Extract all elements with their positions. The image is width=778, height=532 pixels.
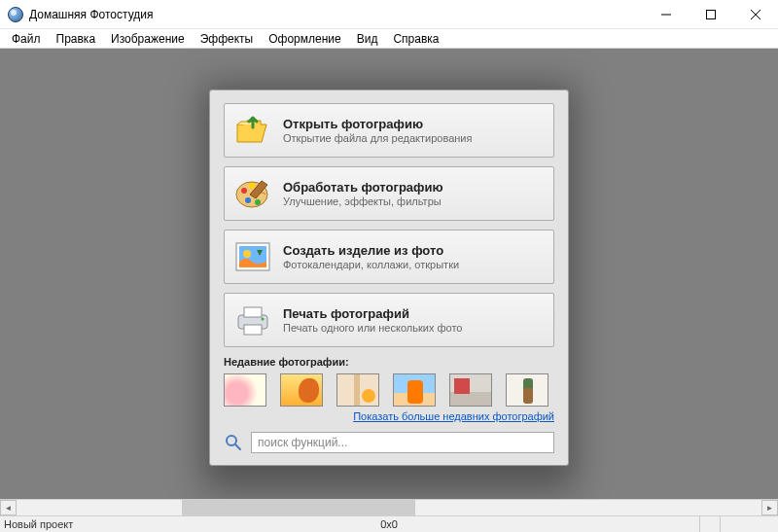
create-product-button[interactable]: Создать изделие из фото Фотокалендари, к… [224, 230, 554, 284]
status-cell-2 [720, 516, 778, 532]
svg-rect-1 [707, 10, 716, 18]
window-controls [644, 0, 778, 28]
window-title: Домашняя Фотостудия [29, 8, 644, 21]
printer-icon [232, 300, 273, 340]
recent-thumb-2[interactable] [280, 373, 323, 407]
menu-decor[interactable]: Оформление [261, 30, 348, 48]
open-photo-button[interactable]: Открыть фотографию Открытие файла для ре… [224, 103, 554, 158]
print-photos-sub: Печать одного или нескольких фото [283, 322, 462, 334]
recent-thumb-4[interactable] [393, 373, 436, 407]
recent-thumb-3[interactable] [336, 373, 379, 407]
minimize-button[interactable] [644, 0, 689, 28]
svg-point-8 [249, 183, 255, 189]
search-row [224, 432, 554, 453]
workspace: Открыть фотографию Открытие файла для ре… [0, 49, 778, 515]
menu-help[interactable]: Справка [385, 30, 446, 48]
recent-photos-label: Недавние фотографии: [224, 356, 554, 368]
scroll-left-button[interactable]: ◄ [0, 500, 17, 515]
app-icon [8, 7, 23, 22]
svg-point-11 [243, 250, 251, 258]
recent-thumbnails [224, 373, 554, 407]
svg-point-7 [255, 199, 261, 205]
menubar: Файл Правка Изображение Эффекты Оформлен… [0, 29, 778, 49]
svg-rect-14 [244, 325, 262, 335]
menu-view[interactable]: Вид [349, 30, 386, 48]
search-input[interactable] [251, 432, 554, 453]
menu-file[interactable]: Файл [4, 30, 49, 48]
menu-image[interactable]: Изображение [103, 30, 193, 48]
recent-thumb-5[interactable] [449, 373, 492, 407]
scroll-right-button[interactable]: ► [761, 500, 778, 515]
open-photo-sub: Открытие файла для редактирования [283, 132, 472, 144]
process-photo-sub: Улучшение, эффекты, фильтры [283, 195, 443, 207]
folder-open-icon [232, 110, 273, 151]
print-photos-title: Печать фотографий [283, 306, 462, 321]
palette-icon [232, 173, 273, 214]
status-dimensions: 0x0 [380, 518, 398, 530]
svg-point-15 [262, 318, 265, 321]
create-product-title: Создать изделие из фото [283, 243, 459, 258]
create-product-sub: Фотокалендари, коллажи, открытки [283, 259, 459, 270]
svg-point-5 [241, 188, 247, 194]
scroll-thumb[interactable] [182, 500, 415, 515]
process-photo-button[interactable]: Обработать фотографию Улучшение, эффекты… [224, 166, 554, 221]
maximize-button[interactable] [689, 0, 733, 28]
process-photo-title: Обработать фотографию [283, 180, 443, 195]
close-button[interactable] [733, 0, 778, 28]
start-panel: Открыть фотографию Открытие файла для ре… [209, 89, 569, 466]
svg-rect-13 [244, 307, 262, 317]
recent-thumb-1[interactable] [224, 373, 266, 407]
titlebar: Домашняя Фотостудия [0, 0, 778, 29]
statusbar: Новый проект 0x0 [0, 515, 778, 532]
menu-edit[interactable]: Правка [49, 30, 104, 48]
recent-thumb-6[interactable] [506, 373, 548, 407]
open-photo-title: Открыть фотографию [283, 117, 472, 131]
photo-frame-icon [232, 236, 273, 277]
print-photos-button[interactable]: Печать фотографий Печать одного или неск… [224, 293, 554, 347]
horizontal-scrollbar[interactable]: ◄ ► [0, 499, 778, 515]
svg-line-17 [235, 444, 240, 449]
search-icon [224, 434, 243, 451]
scroll-track[interactable] [17, 500, 761, 515]
show-more-recent-link[interactable]: Показать больше недавних фотографий [353, 410, 554, 422]
menu-effects[interactable]: Эффекты [193, 30, 262, 48]
status-project: Новый проект [0, 518, 73, 530]
svg-point-6 [245, 197, 251, 203]
status-cell-1 [699, 516, 720, 532]
